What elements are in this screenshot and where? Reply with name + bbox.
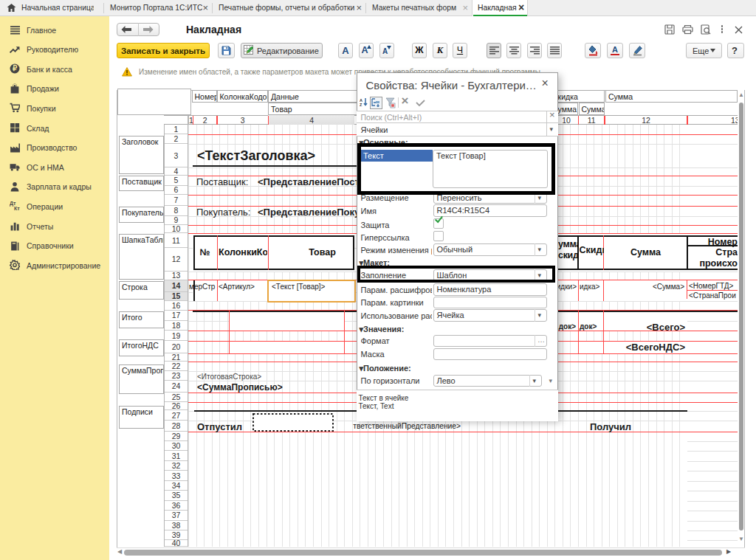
svg-text:Кт: Кт <box>14 207 20 212</box>
svg-text:Z: Z <box>360 103 362 107</box>
svg-text:₽: ₽ <box>13 65 18 73</box>
svg-text:A: A <box>360 98 362 103</box>
